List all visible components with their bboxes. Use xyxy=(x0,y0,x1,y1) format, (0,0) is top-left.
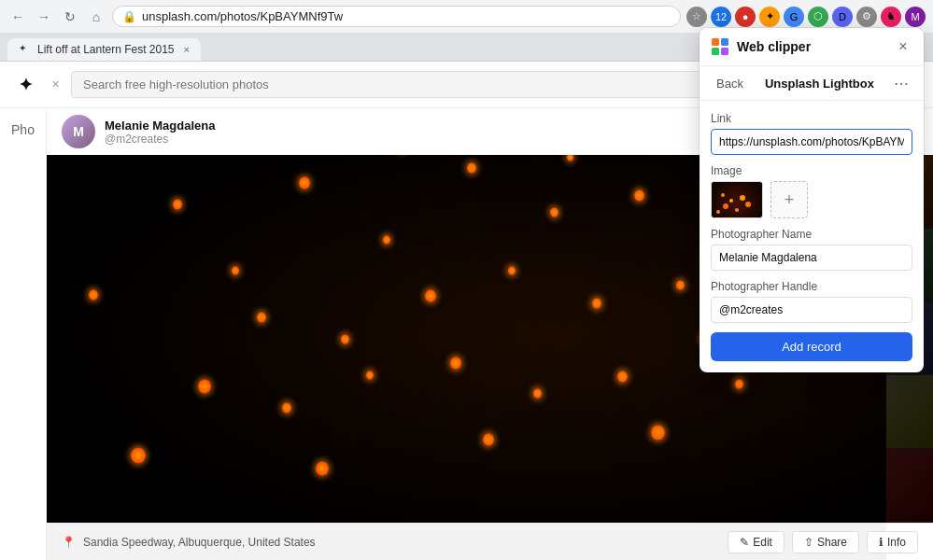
bottom-actions: ✎ Edit ⇧ Share ℹ Info xyxy=(728,531,918,553)
home-button[interactable]: ⌂ xyxy=(86,7,106,27)
photographer-avatar: M xyxy=(62,115,95,148)
clipper-close-button[interactable]: × xyxy=(894,37,912,56)
tab-favicon: ✦ xyxy=(19,43,32,56)
web-clipper-logo xyxy=(711,37,729,56)
clipper-nav: Back Unsplash Lightbox ⋯ xyxy=(700,66,924,101)
reload-button[interactable]: ↻ xyxy=(60,7,80,27)
clipper-back-button[interactable]: Back xyxy=(711,75,749,92)
edit-icon: ✎ xyxy=(740,536,749,549)
photographer-name-label: Photographer Name xyxy=(711,228,912,241)
info-button[interactable]: ℹ Info xyxy=(867,531,918,553)
right-thumb-4[interactable] xyxy=(886,375,933,449)
photographer-info: Melanie Magdalena @m2creates xyxy=(105,119,215,146)
ext-icon-8[interactable]: ⚙ xyxy=(856,7,877,27)
bottom-info-bar: 📍 Sandia Speedway, Albuquerque, United S… xyxy=(47,523,933,560)
svg-rect-2 xyxy=(712,48,719,55)
photographer-handle-input[interactable] xyxy=(711,297,912,323)
info-icon: ℹ xyxy=(879,536,884,549)
photo-location: Sandia Speedway, Albuquerque, United Sta… xyxy=(83,536,316,549)
image-label: Image xyxy=(711,164,912,177)
browser-extensions: ☆ 12 ● ✦ G ⬡ D ⚙ ♞ M xyxy=(686,7,926,27)
clipper-page-title: Unsplash Lightbox xyxy=(756,77,883,91)
link-field-group: Link xyxy=(711,112,912,155)
active-tab[interactable]: ✦ Lift off at Lantern Fest 2015 × xyxy=(7,38,201,61)
sidebar-icon-photos[interactable]: Pho xyxy=(9,116,37,144)
image-thumbnail[interactable] xyxy=(711,181,763,218)
ext-icon-2[interactable]: 12 xyxy=(711,7,731,27)
link-input[interactable] xyxy=(711,129,912,155)
edit-button[interactable]: ✎ Edit xyxy=(728,531,785,553)
clipper-more-button[interactable]: ⋯ xyxy=(890,72,912,94)
back-button[interactable]: ← xyxy=(7,7,28,27)
lock-icon: 🔒 xyxy=(122,10,136,23)
photographer-name-field-group: Photographer Name xyxy=(711,228,912,271)
ext-icon-6[interactable]: ⬡ xyxy=(808,7,828,27)
photographer-name-input[interactable] xyxy=(711,245,912,271)
photographer-handle-label: Photographer Handle xyxy=(711,280,912,293)
clipper-header: Web clipper × xyxy=(700,28,924,66)
tab-close-button[interactable]: × xyxy=(184,44,190,55)
user-avatar[interactable]: M xyxy=(905,7,926,27)
add-image-button[interactable]: + xyxy=(770,181,808,218)
share-button[interactable]: ⇧ Share xyxy=(792,531,859,553)
address-bar[interactable]: 🔒 unsplash.com/photos/KpBAYMNf9Tw xyxy=(112,6,681,27)
location-icon: 📍 xyxy=(62,536,76,549)
clipper-body: Link Image + Photographer Name Photograp… xyxy=(700,101,924,372)
ext-icon-4[interactable]: ✦ xyxy=(759,7,780,27)
svg-rect-0 xyxy=(712,38,719,46)
ext-icon-5[interactable]: G xyxy=(784,7,804,27)
svg-rect-3 xyxy=(721,48,728,55)
clipper-title: Web clipper xyxy=(737,39,886,54)
left-sidebar: Pho xyxy=(0,108,47,560)
ext-icon-3[interactable]: ● xyxy=(735,7,756,27)
image-field-group: Image + xyxy=(711,164,912,218)
close-icon[interactable]: ✕ xyxy=(51,78,60,91)
link-label: Link xyxy=(711,112,912,125)
add-record-button[interactable]: Add record xyxy=(711,332,912,361)
ext-icon-9[interactable]: ♞ xyxy=(881,7,901,27)
photographer-name: Melanie Magdalena xyxy=(105,119,215,133)
right-thumb-5[interactable] xyxy=(886,449,933,523)
web-clipper-panel: Web clipper × Back Unsplash Lightbox ⋯ L… xyxy=(700,28,924,372)
photographer-handle-field-group: Photographer Handle xyxy=(711,280,912,323)
tab-title: Lift off at Lantern Fest 2015 xyxy=(37,43,175,56)
share-icon: ⇧ xyxy=(804,536,813,549)
unsplash-logo: ✦ xyxy=(15,71,36,99)
search-input[interactable] xyxy=(71,71,756,98)
svg-rect-1 xyxy=(721,38,728,46)
ext-icon-1[interactable]: ☆ xyxy=(686,7,707,27)
photographer-handle: @m2creates xyxy=(105,133,215,146)
forward-button[interactable]: → xyxy=(34,7,54,27)
image-row: + xyxy=(711,181,912,218)
address-url: unsplash.com/photos/KpBAYMNf9Tw xyxy=(142,9,671,23)
ext-icon-7[interactable]: D xyxy=(832,7,853,27)
